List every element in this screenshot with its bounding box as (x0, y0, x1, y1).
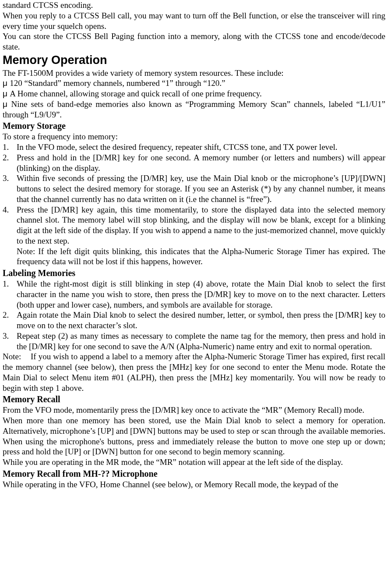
list-text: In the VFO mode, select the desired freq… (17, 142, 338, 152)
list-item: 2.Again rotate the Main Dial knob to sel… (3, 310, 385, 331)
memory-recall-mh-heading: Memory Recall from MH-?? Microphone (3, 468, 385, 479)
mu-bullet-icon: μ (3, 78, 10, 88)
bullet-text: 120 “Standard” memory channels, numbered… (10, 78, 225, 88)
list-number: 2. (3, 152, 17, 163)
list-number: 3. (3, 331, 17, 341)
labeling-memories-list: 1.While the right-most digit is still bl… (3, 279, 385, 351)
labeling-memories-note: Note:If you wish to append a label to a … (3, 351, 385, 393)
memory-operation-bullet-2: μ A Home channel, allowing storage and q… (3, 89, 385, 99)
memory-recall-mh-p1: While operating in the VFO, Home Channel… (3, 479, 385, 490)
list-number: 4. (3, 205, 17, 215)
bullet-text: Nine sets of band-edge memories also kno… (3, 99, 385, 119)
list-text: Press and hold in the [D/MR] key for one… (17, 153, 385, 173)
mu-bullet-icon: μ (3, 89, 10, 98)
list-text: While the right-most digit is still blin… (17, 279, 385, 309)
list-item: 1.While the right-most digit is still bl… (3, 279, 385, 310)
memory-storage-intro: To store a frequency into memory: (3, 131, 385, 142)
note-label: Note: (3, 351, 31, 362)
list-item: 3.Within five seconds of pressing the [D… (3, 173, 385, 204)
memory-storage-list: 1.In the VFO mode, select the desired fr… (3, 142, 385, 246)
memory-recall-p2: When more than one memory has been store… (3, 415, 385, 457)
memory-operation-bullet-3: μ Nine sets of band-edge memories also k… (3, 99, 385, 120)
list-number: 2. (3, 310, 17, 320)
list-number: 1. (3, 279, 17, 289)
list-text: Within five seconds of pressing the [D/M… (17, 174, 385, 204)
memory-recall-heading: Memory Recall (3, 394, 385, 405)
list-text: Repeat step (2) as many times as necessa… (17, 331, 385, 351)
list-item: 2.Press and hold in the [D/MR] key for o… (3, 152, 385, 174)
intro-paragraph-1: standard CTCSS encoding. (3, 0, 385, 11)
list-item: 4.Press the [D/MR] key again, this time … (3, 205, 385, 246)
memory-operation-intro: The FT-1500M provides a wide variety of … (3, 68, 385, 78)
intro-paragraph-2: When you reply to a CTCSS Bell call, you… (3, 11, 385, 32)
mu-bullet-icon: μ (3, 99, 11, 109)
memory-operation-heading: Memory Operation (3, 53, 385, 68)
memory-storage-heading: Memory Storage (3, 120, 385, 131)
list-number: 1. (3, 142, 17, 152)
bullet-text: A Home channel, allowing storage and qui… (10, 89, 261, 98)
memory-storage-note: Note: If the left digit quits blinking, … (3, 246, 385, 267)
intro-paragraph-3: You can store the CTCSS Bell Paging func… (3, 31, 385, 52)
list-item: 3.Repeat step (2) as many times as neces… (3, 331, 385, 352)
list-number: 3. (3, 173, 17, 184)
memory-recall-p1: From the VFO mode, momentarily press the… (3, 405, 385, 415)
memory-operation-bullet-1: μ 120 “Standard” memory channels, number… (3, 78, 385, 89)
memory-recall-p3: While you are operating in the MR mode, … (3, 457, 385, 468)
list-item: 1.In the VFO mode, select the desired fr… (3, 142, 385, 152)
list-text: Again rotate the Main Dial knob to selec… (17, 310, 385, 330)
note-text: If you wish to append a label to a memor… (3, 352, 385, 392)
labeling-memories-heading: Labeling Memories (3, 268, 385, 279)
list-text: Press the [D/MR] key again, this time mo… (17, 205, 385, 245)
